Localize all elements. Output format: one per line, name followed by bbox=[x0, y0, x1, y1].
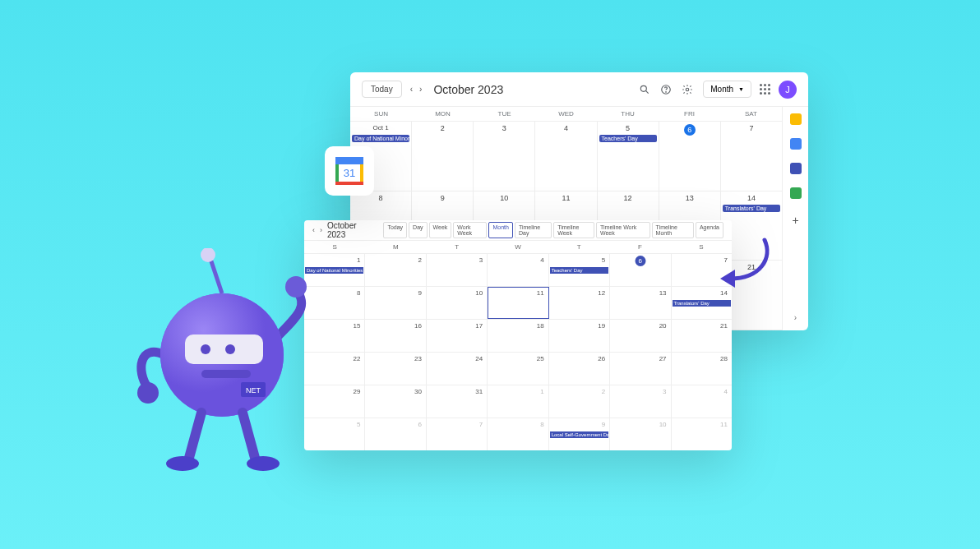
calendar-event[interactable]: Translators' Day bbox=[723, 205, 780, 212]
sf-day-cell[interactable]: 10 bbox=[610, 418, 671, 450]
calendar-event[interactable]: Day of National Minori bbox=[352, 135, 409, 142]
calendar-event[interactable]: Translators' Day bbox=[673, 300, 731, 307]
gc-day-cell[interactable]: 2 bbox=[412, 122, 474, 191]
day-number: 12 bbox=[598, 289, 605, 297]
svg-rect-14 bbox=[201, 370, 251, 378]
view-button-work-week[interactable]: Work Week bbox=[453, 222, 487, 238]
view-label: Month bbox=[710, 85, 733, 94]
view-button-timeline-work-week[interactable]: Timeline Work Week bbox=[596, 222, 650, 238]
next-icon[interactable]: › bbox=[320, 226, 322, 234]
sf-day-cell[interactable]: 9Local Self-Government Day bbox=[549, 418, 610, 450]
view-button-week[interactable]: Week bbox=[429, 222, 452, 238]
day-number: 17 bbox=[475, 322, 483, 330]
day-number: 28 bbox=[720, 355, 728, 362]
gear-icon[interactable] bbox=[680, 82, 695, 97]
gc-day-header: SUN bbox=[350, 107, 412, 121]
apps-icon[interactable] bbox=[760, 84, 770, 95]
sf-day-cell[interactable]: 2 bbox=[365, 254, 426, 286]
help-icon[interactable] bbox=[659, 82, 673, 97]
sf-day-cell[interactable]: 27 bbox=[610, 353, 671, 385]
day-number: Oct 1 bbox=[373, 124, 389, 131]
sf-day-cell[interactable]: 2 bbox=[549, 385, 610, 418]
day-number: 25 bbox=[537, 355, 544, 362]
calendar-event[interactable]: Teachers' Day bbox=[599, 135, 657, 142]
day-number: 8 bbox=[540, 421, 543, 428]
next-icon[interactable]: › bbox=[419, 85, 422, 94]
sf-day-cell[interactable]: 5Teachers' Day bbox=[549, 254, 610, 286]
sf-day-cell[interactable]: 21 bbox=[672, 320, 732, 352]
sf-day-cell[interactable]: 24 bbox=[427, 353, 488, 385]
sf-day-cell[interactable]: 26 bbox=[549, 353, 610, 385]
sf-day-cell[interactable]: 23 bbox=[365, 353, 426, 385]
sf-day-cell[interactable]: 10 bbox=[427, 287, 488, 319]
sf-day-cell[interactable]: 8 bbox=[488, 418, 548, 450]
svg-point-0 bbox=[641, 85, 647, 91]
view-button-timeline-week[interactable]: Timeline Week bbox=[553, 222, 594, 238]
sf-day-cell[interactable]: 11 bbox=[672, 418, 732, 450]
sf-day-cell[interactable]: 6 bbox=[365, 418, 426, 450]
view-button-timeline-day[interactable]: Timeline Day bbox=[515, 222, 552, 238]
gc-side-panel: + › bbox=[782, 107, 808, 330]
sf-day-cell[interactable]: 31 bbox=[427, 385, 488, 418]
sf-day-cell[interactable]: 20 bbox=[610, 320, 671, 352]
sf-day-cell[interactable]: 19 bbox=[549, 320, 610, 352]
day-number: 13 bbox=[686, 194, 694, 202]
side-app-icon[interactable] bbox=[790, 138, 802, 150]
sf-day-cell[interactable]: 3 bbox=[610, 385, 671, 418]
add-icon[interactable]: + bbox=[792, 214, 798, 227]
sf-day-cell[interactable]: 28 bbox=[672, 353, 732, 385]
search-icon[interactable] bbox=[637, 82, 652, 97]
gc-day-header: WED bbox=[535, 107, 597, 121]
sf-day-cell[interactable]: 13 bbox=[610, 287, 671, 319]
side-app-icon[interactable] bbox=[790, 163, 802, 174]
gc-day-cell[interactable]: 3 bbox=[474, 122, 535, 191]
view-button-day[interactable]: Day bbox=[409, 222, 427, 238]
side-app-icon[interactable] bbox=[790, 113, 802, 125]
sf-day-cell[interactable]: 4 bbox=[672, 385, 732, 418]
sf-day-cell[interactable]: 17 bbox=[427, 320, 488, 352]
day-number: 4 bbox=[540, 256, 543, 264]
avatar[interactable]: J bbox=[779, 81, 797, 99]
gc-day-cell[interactable]: 4 bbox=[535, 122, 597, 191]
gc-day-header: FRI bbox=[659, 107, 720, 121]
today-button[interactable]: Today bbox=[362, 81, 402, 98]
svg-line-1 bbox=[646, 90, 649, 93]
day-number: 27 bbox=[659, 355, 667, 362]
sf-day-cell[interactable]: 25 bbox=[488, 353, 548, 385]
view-button-timeline-month[interactable]: Timeline Month bbox=[652, 222, 694, 238]
sf-day-cell[interactable]: 30 bbox=[365, 385, 426, 418]
view-button-month[interactable]: Month bbox=[488, 222, 512, 238]
calendar-event[interactable]: Teachers' Day bbox=[550, 267, 608, 274]
sf-day-cell[interactable]: 6 bbox=[610, 254, 671, 286]
day-number: 14 bbox=[747, 194, 756, 202]
gc-day-cell[interactable]: 5Teachers' Day bbox=[598, 122, 659, 191]
day-number: 21 bbox=[720, 322, 728, 330]
sf-day-cell[interactable]: 3 bbox=[427, 254, 488, 286]
prev-icon[interactable]: ‹ bbox=[410, 85, 413, 94]
sf-header: ‹ › October 2023 TodayDayWeekWork WeekMo… bbox=[304, 220, 732, 240]
day-number: 23 bbox=[414, 355, 422, 362]
calendar-event[interactable]: Local Self-Government Day bbox=[550, 431, 608, 438]
prev-icon[interactable]: ‹ bbox=[312, 226, 315, 234]
day-number: 6 bbox=[418, 421, 421, 428]
sf-day-cell[interactable]: 7 bbox=[427, 418, 488, 450]
side-app-icon[interactable] bbox=[790, 187, 802, 199]
sf-day-cell[interactable]: 4 bbox=[488, 254, 548, 286]
day-number: 9 bbox=[418, 289, 421, 297]
day-number: 3 bbox=[502, 124, 506, 132]
view-button-today[interactable]: Today bbox=[383, 222, 407, 238]
sf-day-cell[interactable]: 16 bbox=[365, 320, 426, 352]
sf-day-cell[interactable]: 12 bbox=[549, 287, 610, 319]
svg-point-7 bbox=[137, 382, 159, 404]
gc-day-cell[interactable]: 7 bbox=[721, 122, 782, 191]
sf-day-cell[interactable]: 9 bbox=[365, 287, 426, 319]
day-number: 19 bbox=[598, 322, 605, 330]
svg-point-6 bbox=[201, 248, 215, 262]
gc-day-cell[interactable]: 6 bbox=[659, 122, 721, 191]
collapse-icon[interactable]: › bbox=[794, 313, 797, 322]
sf-day-cell[interactable]: 11 bbox=[488, 287, 548, 319]
view-select[interactable]: Month ▼ bbox=[703, 81, 751, 98]
sf-day-cell[interactable]: 18 bbox=[488, 320, 548, 352]
day-number: 2 bbox=[602, 388, 605, 395]
sf-day-cell[interactable]: 1 bbox=[488, 385, 548, 418]
